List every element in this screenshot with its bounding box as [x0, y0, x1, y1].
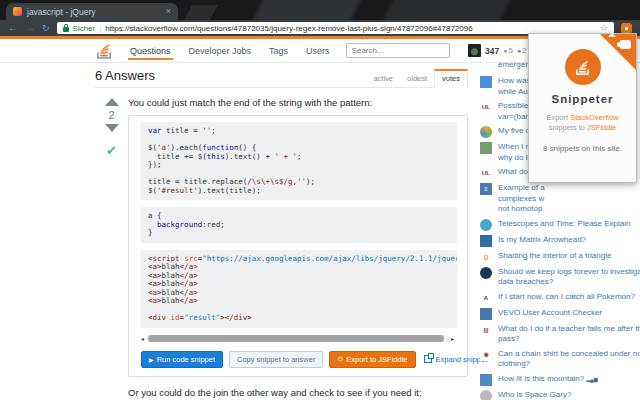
- reputation-count: 347: [485, 46, 499, 56]
- export-jsfiddle-button[interactable]: ⊙Export to JSFiddle: [329, 351, 415, 368]
- stackoverflow-logo[interactable]: [95, 42, 114, 59]
- tab-oldest[interactable]: oldest: [400, 71, 434, 87]
- question-link[interactable]: Shading the interior of a triangle: [498, 251, 611, 263]
- site-icon: [480, 235, 492, 247]
- question-link[interactable]: VEVO User Account Checker: [498, 308, 602, 320]
- snippet-buttons: ▶Run code snippet Copy snippet to answer…: [141, 351, 457, 368]
- url-text[interactable]: https://stackoverflow.com/questions/4787…: [105, 24, 596, 33]
- code-snippet-widget: var title = ''; $('a').each(function() {…: [128, 115, 468, 377]
- forward-icon[interactable]: →: [25, 23, 35, 33]
- user-cluster[interactable]: 347 ●5 ●2: [468, 44, 527, 57]
- hot-question-item: VEVO User Account Checker: [480, 308, 638, 320]
- browser-tabstrip: javascript - jQuery ×: [0, 0, 640, 20]
- tab-favicon-icon: [13, 7, 22, 16]
- site-icon: [480, 60, 492, 72]
- site-icon: A: [480, 292, 492, 304]
- nav-developer-jobs[interactable]: Developer Jobs: [187, 41, 254, 60]
- question-link[interactable]: Who is Space Gary?: [498, 390, 571, 400]
- stackoverflow-glyph-icon: [573, 58, 592, 77]
- question-link[interactable]: Telescopes and Time: Please Explain: [498, 219, 631, 231]
- export-icon: ⊙: [337, 355, 343, 363]
- user-avatar[interactable]: [468, 44, 481, 57]
- question-link[interactable]: Can a chain shirt be concealed under nor…: [498, 349, 640, 370]
- upvote-arrow-icon[interactable]: [105, 98, 119, 106]
- answers-column: 6 Answers active oldest votes 2 ✔ You co…: [95, 63, 468, 400]
- hot-question-item: Telescopes and Time: Please Explain: [480, 219, 638, 231]
- site-icon: [480, 267, 492, 279]
- fist-icon: [620, 40, 631, 49]
- popup-snippet-count: 8 snippets on this site.: [529, 144, 636, 153]
- brand-jsfiddle: JSFiddle: [587, 123, 616, 132]
- site-icon: ✽: [480, 349, 492, 361]
- nav-questions[interactable]: Questions: [128, 41, 173, 60]
- back-icon[interactable]: ←: [8, 23, 18, 33]
- downvote-arrow-icon[interactable]: [105, 124, 119, 132]
- answer: 2 ✔ You could just match the end of the …: [95, 95, 468, 400]
- vote-column: 2 ✔: [95, 95, 128, 400]
- question-link[interactable]: What do I do if a teacher fails me after…: [498, 324, 640, 345]
- site-icon: [480, 374, 492, 386]
- browser-tab[interactable]: javascript - jQuery ×: [6, 3, 178, 20]
- snippeter-extension-icon[interactable]: [621, 23, 632, 34]
- site-icon: UL: [480, 101, 492, 113]
- site-icon: [480, 126, 492, 138]
- tab-title: javascript - jQuery: [27, 7, 161, 17]
- site-icon: [480, 142, 492, 154]
- question-link[interactable]: Is my Matrix Arrowhead?: [498, 235, 586, 247]
- bookmark-star-icon[interactable]: ☆: [600, 23, 608, 33]
- expand-snippet-link[interactable]: Expand snippet: [424, 355, 488, 364]
- security-label: Sicher: [73, 24, 96, 33]
- expand-icon: [424, 355, 432, 363]
- secure-lock-icon: [63, 27, 69, 32]
- play-icon: ▶: [149, 356, 154, 363]
- answer-sort-tabs: active oldest votes: [366, 69, 468, 87]
- answer-body: You could just match the end of the stri…: [128, 95, 468, 400]
- popup-caret-icon: [608, 28, 616, 37]
- site-icon: ≡: [480, 183, 492, 195]
- copy-snippet-button[interactable]: Copy snippet to answer: [229, 351, 323, 368]
- site-icon: [480, 390, 492, 400]
- nav-users[interactable]: Users: [304, 41, 332, 60]
- answers-heading: 6 Answers: [95, 63, 366, 87]
- site-icon: [480, 76, 492, 88]
- horizontal-scrollbar[interactable]: ◂ ▸: [141, 335, 457, 343]
- run-code-snippet-button[interactable]: ▶Run code snippet: [141, 351, 223, 368]
- url-separator: |: [99, 24, 101, 33]
- vote-count: 2: [108, 109, 114, 121]
- tab-close-icon[interactable]: ×: [166, 7, 171, 16]
- question-link[interactable]: If I start now, can I catch all Pokemon?: [498, 292, 635, 304]
- answer-outro-text: Or you could do the join the other way a…: [128, 387, 468, 398]
- scrollbar-track[interactable]: [147, 335, 451, 342]
- site-icon: [480, 308, 492, 320]
- popup-title: Snippeter: [529, 93, 636, 105]
- question-link[interactable]: Should we keep logs forever to investiga…: [498, 267, 640, 288]
- hot-question-item: AIf I start now, can I catch all Pokemon…: [480, 292, 638, 304]
- screen: javascript - jQuery × ← → ↻ Sicher | htt…: [0, 0, 640, 400]
- silver-badge: ●5: [503, 46, 513, 55]
- bar-chart-glyph: ▂▄▆: [586, 376, 597, 382]
- hot-question-item: ≡Example of acomplexes wnot homotop: [480, 183, 638, 215]
- html-code-block: <script src="https://ajax.googleapis.com…: [141, 250, 457, 328]
- hot-question-item: Should we keep logs forever to investiga…: [480, 267, 638, 288]
- question-link[interactable]: Example of acomplexes wnot homotop: [498, 183, 545, 215]
- reload-icon[interactable]: ↻: [42, 23, 50, 33]
- tab-votes[interactable]: votes: [434, 69, 468, 88]
- hot-question-item: {}Shading the interior of a triangle: [480, 251, 638, 263]
- scroll-right-icon[interactable]: ▸: [451, 335, 457, 343]
- popup-tagline: Export StackOverflow snippets to JSFiddl…: [529, 113, 636, 133]
- question-link[interactable]: How lit is this mountain?▂▄▆: [498, 374, 598, 386]
- site-icon: |||: [480, 324, 492, 336]
- scrollbar-thumb[interactable]: [148, 335, 444, 342]
- hot-question-item: How lit is this mountain?▂▄▆: [480, 374, 638, 386]
- snippeter-logo-circle: [565, 49, 601, 85]
- search-input[interactable]: [346, 43, 450, 58]
- brand-stackoverflow: StackOverflow: [570, 113, 618, 122]
- bronze-badge-dot-icon: ●: [517, 47, 521, 54]
- site-icon: UL: [480, 167, 492, 179]
- js-code-block: var title = ''; $('a').each(function() {…: [141, 122, 457, 200]
- popup-corner-ribbon: [600, 34, 636, 70]
- tab-active[interactable]: active: [366, 71, 400, 87]
- new-tab-button[interactable]: [184, 5, 218, 20]
- accepted-check-icon: ✔: [106, 143, 117, 158]
- nav-tags[interactable]: Tags: [267, 41, 290, 60]
